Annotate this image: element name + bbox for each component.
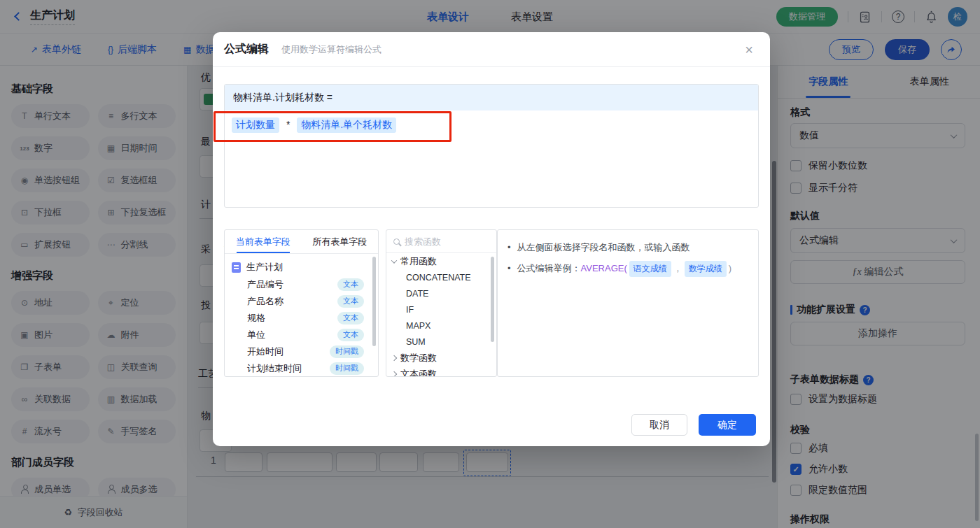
example-field-chip: 数学成绩 (685, 261, 727, 277)
form-doc-icon (232, 262, 241, 273)
type-badge: 时间戳 (330, 362, 364, 374)
help-tip-2: • 公式编辑举例：AVERAGE(语文成绩，数学成绩) (507, 261, 748, 277)
chevron-right-icon (391, 355, 397, 360)
variable-item[interactable]: 规格文本 (225, 310, 378, 327)
example-function-name: AVERAGE( (581, 263, 627, 273)
function-item[interactable]: DATE (386, 285, 496, 301)
function-group-common[interactable]: 常用函数 (386, 253, 496, 269)
variable-item[interactable]: 开始时间时间戳 (225, 343, 378, 360)
function-item[interactable]: MAPX (386, 317, 496, 334)
chevron-right-icon (391, 371, 397, 376)
type-badge: 文本 (337, 295, 364, 307)
tab-all-form-fields[interactable]: 所有表单字段 (302, 230, 379, 253)
formula-operator: * (286, 119, 290, 130)
functions-scrollbar[interactable] (491, 257, 494, 342)
modal-title: 公式编辑 (224, 42, 269, 57)
variables-tree-root[interactable]: 生产计划 (225, 254, 378, 276)
formula-editor-modal: 公式编辑 使用数学运算符编辑公式 × 物料清单.计划耗材数 = 计划数量 * 物… (213, 32, 770, 446)
formula-field-chip[interactable]: 计划数量 (232, 117, 279, 133)
chevron-down-icon (391, 257, 397, 263)
type-badge: 文本 (337, 329, 364, 341)
cancel-button[interactable]: 取消 (631, 414, 687, 436)
function-item[interactable]: SUM (386, 334, 496, 350)
formula-field-chip[interactable]: 物料清单.单个耗材数 (297, 117, 396, 133)
formula-input-area[interactable]: 计划数量 * 物料清单.单个耗材数 (225, 110, 758, 140)
example-field-chip: 语文成绩 (629, 261, 671, 277)
function-item[interactable]: IF (386, 301, 496, 317)
variable-item[interactable]: 产品编号文本 (225, 276, 378, 293)
function-search[interactable] (386, 230, 496, 253)
formula-help-panel: • 从左侧面板选择字段名和函数，或输入函数 • 公式编辑举例：AVERAGE(语… (497, 229, 759, 377)
type-badge: 文本 (337, 278, 364, 290)
tab-current-form-fields[interactable]: 当前表单字段 (225, 230, 302, 253)
modal-subtitle: 使用数学运算符编辑公式 (281, 43, 382, 56)
variable-item[interactable]: 产品名称文本 (225, 293, 378, 310)
formula-target: 物料清单.计划耗材数 = (225, 85, 758, 110)
function-group-text[interactable]: 文本函数 (386, 366, 496, 377)
function-group-math[interactable]: 数学函数 (386, 350, 496, 366)
functions-panel: 常用函数 CONCATENATE DATE IF MAPX SUM 数学函数 文… (386, 229, 497, 377)
variable-item[interactable]: 计划结束时间时间戳 (225, 360, 378, 377)
confirm-button[interactable]: 确定 (699, 414, 756, 436)
function-search-input[interactable] (405, 236, 475, 247)
form-designer-app: 生产计划 表单设计 表单设置 数据管理 ? 检 ↗ 表单外链 (0, 0, 980, 528)
search-icon (393, 238, 400, 245)
type-badge: 时间戳 (330, 345, 364, 357)
variable-item[interactable]: 单位文本 (225, 327, 378, 343)
variables-scrollbar[interactable] (372, 257, 376, 346)
modal-header: 公式编辑 使用数学运算符编辑公式 × (213, 32, 770, 67)
variables-panel: 当前表单字段 所有表单字段 生产计划 产品编号文本 产品名称文本 规格文本 单位… (224, 229, 379, 377)
type-badge: 文本 (337, 312, 364, 324)
help-tip-1: • 从左侧面板选择字段名和函数，或输入函数 (507, 240, 748, 255)
close-icon[interactable]: × (745, 43, 753, 57)
formula-editor-box: 物料清单.计划耗材数 = 计划数量 * 物料清单.单个耗材数 (224, 84, 759, 208)
function-item[interactable]: CONCATENATE (386, 269, 496, 285)
